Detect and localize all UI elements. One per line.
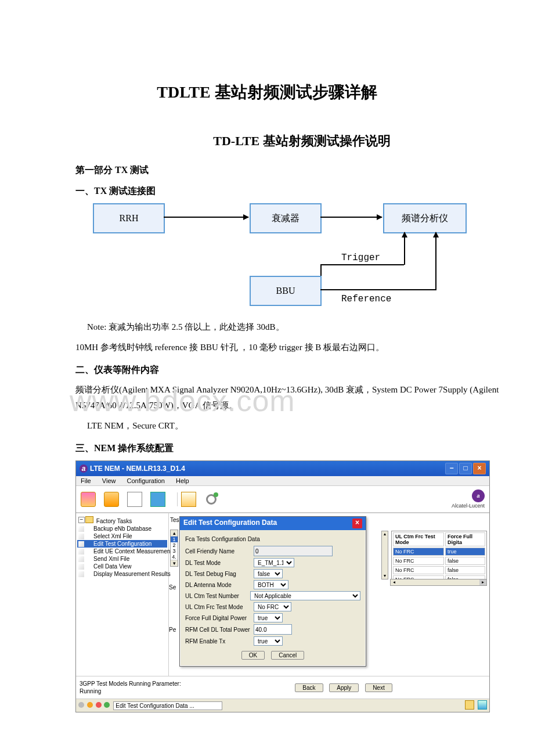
status-right-icons	[463, 700, 487, 711]
bg-table-vscroll[interactable]: ▴ ▾	[381, 531, 388, 579]
status-dot-2	[87, 702, 93, 708]
part-heading: 第一部分 TX 测试	[75, 164, 499, 177]
minimize-button[interactable]: −	[445, 463, 458, 474]
bg-row-1[interactable]: No FRCfalse	[393, 557, 485, 565]
node-rrh: RRH	[93, 203, 165, 233]
label-rfm-enable: RFM Enable Tx	[185, 638, 254, 645]
input-rfm-total[interactable]	[254, 624, 292, 635]
brand-text: Alcatel-Lucent	[452, 503, 485, 509]
toolbar-icon-5[interactable]	[181, 492, 196, 507]
tree-root[interactable]: Factory Tasks	[77, 516, 167, 525]
bg-config-table[interactable]: UL Ctm Frc Test Mode Force Full Digita N…	[391, 531, 487, 585]
edit-config-dialog: Edit Test Configuration Data × Fca Tests…	[179, 516, 366, 667]
tree-item-5[interactable]: Cell Data View	[77, 563, 167, 570]
select-dl-antenna[interactable]: BOTH	[254, 580, 288, 589]
tree-item-6[interactable]: Display Measurement Results	[77, 570, 167, 578]
bg-row-2[interactable]: No FRCfalse	[393, 566, 485, 574]
tree-item-2[interactable]: Edit Test Configuration	[77, 540, 167, 548]
label-ul-frc: UL Ctm Frc Test Mode	[185, 604, 254, 610]
back-button[interactable]: Back	[295, 683, 323, 692]
toolbar-icon-3[interactable]	[127, 492, 142, 507]
select-dl-debug[interactable]: false	[254, 569, 283, 578]
tree-item-4[interactable]: Send Xml File	[77, 555, 167, 563]
toolbar: a Alcatel-Lucent	[76, 486, 489, 513]
status-text[interactable]	[113, 701, 222, 710]
dialog-ok-button[interactable]: OK	[241, 651, 265, 660]
toolbar-icon-1[interactable]	[81, 492, 96, 507]
nav-tree[interactable]: Factory Tasks Backup eNb DatabaseSelect …	[76, 513, 169, 676]
arrow-trigger-up	[404, 232, 405, 265]
window-titlebar[interactable]: a LTE NEM - NEM.LR13.3_D1.4 − □ ×	[76, 461, 489, 476]
toolbar-icon-4[interactable]	[150, 492, 165, 507]
field-dl-test-mode: DL Test Mode E_TM_1.1	[185, 558, 360, 567]
menu-file[interactable]: File	[81, 477, 91, 484]
input-cell-friendly[interactable]	[254, 546, 333, 556]
software-list: LTE NEM，Secure CRT。	[87, 418, 499, 434]
brand-icon: a	[472, 489, 485, 502]
field-dl-debug: DL Test Debug Flag false	[185, 569, 360, 578]
dialog-titlebar[interactable]: Edit Test Configuration Data ×	[180, 517, 366, 530]
line-bbu-ref-h	[320, 289, 436, 290]
node-bbu: BBU	[250, 276, 322, 306]
doc-title-sub: TD-LTE 基站射频测试操作说明	[104, 132, 499, 150]
maximize-button[interactable]: □	[459, 463, 472, 474]
truncated-label-test: Tes	[170, 517, 179, 523]
select-dl-test-mode[interactable]: E_TM_1.1	[254, 558, 294, 567]
side-num-3[interactable]: 3	[171, 548, 178, 554]
section-3-heading: 三、NEM 操作系统配置	[75, 442, 499, 455]
select-rfm-enable[interactable]: true	[254, 636, 283, 646]
apply-button[interactable]: Apply	[329, 683, 359, 692]
tree-root-label: Factory Tasks	[96, 518, 132, 524]
folder-icon	[85, 516, 93, 523]
side-scroll-down-icon[interactable]: ▾	[171, 560, 178, 566]
select-force-full[interactable]: true	[254, 613, 283, 622]
toolbar-icon-gear[interactable]	[204, 492, 218, 506]
bg-row-0[interactable]: No FRCtrue	[393, 548, 485, 556]
dialog-cancel-button[interactable]: Cancel	[271, 651, 304, 660]
status-dot-3	[96, 702, 102, 708]
tree-item-3[interactable]: Edit UE Context Measurement	[77, 548, 167, 555]
next-button[interactable]: Next	[365, 683, 392, 692]
label-force-full: Force Full Digital Power	[185, 615, 254, 621]
field-dl-antenna: DL Antenna Mode BOTH	[185, 580, 360, 589]
side-num-4[interactable]: 4.	[171, 554, 178, 560]
menu-bar[interactable]: File View Configuration Help	[76, 476, 489, 486]
tree-item-1[interactable]: Select Xml File	[77, 532, 167, 540]
node-spectrum-analyzer: 频谱分析仪	[383, 203, 467, 233]
toolbar-separator	[177, 492, 178, 506]
label-dl-test-mode: DL Test Mode	[185, 560, 254, 566]
status-icon-flag[interactable]	[478, 700, 487, 710]
side-num-2[interactable]: 2	[171, 542, 178, 548]
status-icon-doc[interactable]	[465, 700, 474, 710]
running-param-value: Running	[80, 687, 201, 695]
bg-table-hscroll[interactable]: ◂ ▸	[390, 579, 487, 586]
status-dots	[78, 702, 111, 709]
bg-col-ulctm: UL Ctm Frc Test Mode	[393, 532, 444, 546]
tx-connection-diagram: RRH 衰减器 频谱分析仪 BBU Trigger Reference	[93, 203, 488, 314]
truncated-label-se: Se	[169, 584, 176, 591]
note-wiring: 10MH 参考线时钟线 reference 接 BBU 针孔 ，10 毫秒 tr…	[75, 340, 499, 355]
close-button[interactable]: ×	[473, 463, 486, 474]
side-number-list: ▴ 1 2 3 4. ▾	[170, 530, 178, 567]
field-ul-ctm-num: UL Ctm Test Number Not Applicable	[185, 591, 360, 600]
doc-title-main: TDLTE 基站射频测试步骤详解	[35, 81, 499, 103]
dialog-group-label: Fca Tests Configuration Data	[185, 536, 360, 542]
side-scroll-up-icon[interactable]: ▴	[171, 530, 178, 537]
field-rfm-enable: RFM Enable Tx true	[185, 636, 360, 646]
brand-logo: a Alcatel-Lucent	[452, 489, 485, 509]
toolbar-icon-2[interactable]	[104, 492, 119, 507]
tree-item-0[interactable]: Backup eNb Database	[77, 525, 167, 532]
menu-view[interactable]: View	[102, 477, 116, 484]
dialog-close-icon[interactable]: ×	[352, 519, 362, 528]
menu-configuration[interactable]: Configuration	[127, 477, 165, 484]
select-ul-ctm-num[interactable]: Not Applicable	[250, 591, 360, 600]
field-ul-frc: UL Ctm Frc Test Mode No FRC	[185, 602, 360, 611]
menu-help[interactable]: Help	[176, 477, 189, 484]
label-ul-ctm-num: UL Ctm Test Number	[185, 593, 250, 599]
truncated-label-pe: Pe	[169, 627, 176, 633]
side-num-1[interactable]: 1	[171, 537, 178, 542]
select-ul-frc[interactable]: No FRC	[254, 602, 291, 611]
status-bar	[76, 699, 489, 712]
window-title: LTE NEM - NEM.LR13.3_D1.4	[90, 465, 185, 473]
field-rfm-total: RFM Cell DL Total Power	[185, 624, 360, 635]
